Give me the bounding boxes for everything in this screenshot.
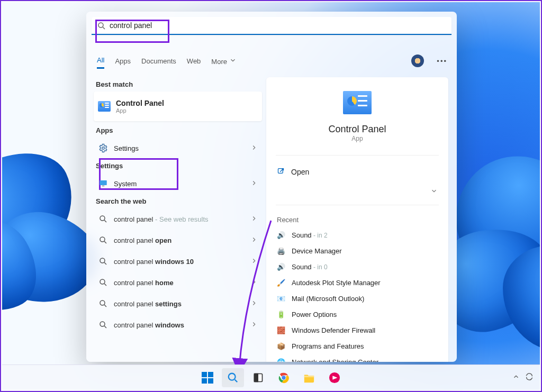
svg-rect-28 — [304, 376, 314, 377]
filter-tab-all[interactable]: All — [97, 53, 104, 69]
result-title: Control Panel — [116, 99, 164, 107]
action-label: Open — [291, 168, 309, 176]
section-header-settings: Settings — [94, 159, 262, 173]
web-result[interactable]: control panel windows — [94, 314, 262, 335]
web-result[interactable]: control panel settings — [94, 293, 262, 314]
tray-sync-icon[interactable] — [525, 372, 534, 383]
svg-point-15 — [100, 322, 105, 326]
web-result[interactable]: control panel - See web results — [94, 208, 262, 230]
svg-point-0 — [98, 23, 103, 28]
network-icon: 🌐 — [277, 358, 285, 362]
result-setting-system[interactable]: System — [94, 173, 262, 194]
mail-icon: 📧 — [277, 294, 285, 303]
filter-tab-apps[interactable]: Apps — [115, 54, 131, 68]
search-filter-tabs: All Apps Documents Web More ••• — [94, 53, 449, 69]
svg-rect-19 — [208, 372, 213, 377]
result-title: control panel open — [114, 236, 171, 244]
svg-rect-3 — [100, 180, 107, 185]
result-best-control-panel[interactable]: Control Panel App — [94, 92, 262, 121]
svg-rect-17 — [278, 169, 283, 174]
svg-point-11 — [100, 279, 105, 284]
recent-item[interactable]: 🔊 Sound - in 0 — [266, 259, 448, 275]
monitor-icon — [98, 178, 109, 189]
svg-point-2 — [102, 147, 105, 150]
section-header-apps: Apps — [94, 123, 262, 138]
chevron-right-icon — [250, 179, 258, 188]
svg-line-14 — [104, 305, 106, 307]
taskbar-app-chrome[interactable] — [273, 368, 295, 387]
recent-item[interactable]: 🧱 Windows Defender Firewall — [266, 322, 448, 338]
taskbar-app-generic[interactable] — [323, 368, 346, 387]
recent-item[interactable]: 📧 Mail (Microsoft Outlook) — [266, 290, 448, 306]
result-app-settings[interactable]: Settings — [94, 138, 262, 159]
control-panel-icon — [343, 91, 372, 114]
action-open[interactable]: Open — [266, 159, 448, 185]
user-avatar[interactable] — [411, 54, 424, 67]
search-icon — [98, 320, 109, 330]
start-button[interactable] — [196, 368, 219, 387]
section-header-best-match: Best match — [94, 77, 262, 92]
open-link-icon — [277, 167, 285, 177]
svg-rect-4 — [102, 186, 105, 187]
gear-icon — [98, 143, 109, 153]
chevron-right-icon — [250, 299, 258, 308]
recent-item[interactable]: 🔊 Sound - in 2 — [266, 227, 448, 243]
action-expand[interactable] — [266, 185, 448, 202]
svg-point-27 — [282, 376, 285, 379]
svg-point-5 — [100, 216, 105, 221]
recent-header: Recent — [266, 208, 448, 227]
svg-rect-20 — [202, 378, 207, 384]
search-icon — [98, 235, 109, 245]
filter-tab-documents[interactable]: Documents — [141, 54, 176, 68]
filter-tab-web[interactable]: Web — [187, 54, 201, 68]
svg-point-7 — [100, 237, 105, 242]
chevron-right-icon — [250, 278, 258, 287]
result-details-pane: Control Panel App Open Recent 🔊 Sound - … — [266, 77, 448, 362]
svg-rect-21 — [208, 378, 213, 384]
sound-icon: 🔊 — [277, 262, 285, 271]
svg-line-12 — [104, 284, 106, 286]
search-icon — [98, 214, 109, 224]
chevron-down-icon — [430, 187, 438, 196]
firewall-icon: 🧱 — [277, 326, 285, 334]
chevron-right-icon — [250, 236, 258, 245]
web-result[interactable]: control panel windows 10 — [94, 251, 262, 272]
svg-line-6 — [104, 220, 106, 222]
recent-item[interactable]: 📦 Programs and Features — [266, 338, 448, 354]
control-panel-icon — [98, 101, 111, 112]
task-view-button[interactable] — [247, 368, 269, 387]
recent-item[interactable]: 🔋 Power Options — [266, 306, 448, 322]
chevron-right-icon — [250, 321, 258, 330]
svg-rect-18 — [202, 372, 207, 377]
search-icon — [98, 256, 109, 267]
result-title: control panel windows 10 — [114, 258, 194, 266]
filter-tab-more[interactable]: More — [211, 53, 236, 69]
search-icon — [98, 298, 109, 309]
recent-item[interactable]: 🖨️ Device Manager — [266, 243, 448, 259]
web-result[interactable]: control panel open — [94, 230, 262, 251]
result-title: control panel - See web results — [114, 215, 209, 223]
chevron-right-icon — [250, 257, 258, 266]
svg-point-22 — [229, 373, 236, 380]
taskbar-search-button[interactable] — [222, 368, 244, 387]
svg-point-13 — [100, 300, 105, 305]
recent-item[interactable]: 🖌️ Autodesk Plot Style Manager — [266, 275, 448, 290]
power-icon: 🔋 — [277, 310, 285, 318]
sound-icon: 🔊 — [277, 231, 285, 239]
search-input[interactable] — [92, 17, 451, 35]
tray-chevron-up-icon[interactable] — [512, 373, 520, 382]
search-icon — [97, 21, 106, 31]
web-result[interactable]: control panel home — [94, 272, 262, 293]
details-title: Control Panel — [266, 124, 448, 135]
more-options-button[interactable]: ••• — [435, 57, 449, 65]
details-subtitle: App — [266, 135, 448, 142]
taskbar-app-explorer[interactable] — [298, 368, 320, 387]
chevron-right-icon — [250, 215, 258, 224]
result-title: control panel settings — [114, 300, 182, 308]
recent-item[interactable]: 🌐 Network and Sharing Center — [266, 354, 448, 362]
result-title: Settings — [114, 144, 139, 152]
taskbar — [2, 364, 540, 390]
result-title: control panel home — [114, 279, 174, 287]
result-subtitle: App — [116, 107, 164, 114]
start-search-panel: All Apps Documents Web More ••• Best mat… — [86, 12, 457, 362]
